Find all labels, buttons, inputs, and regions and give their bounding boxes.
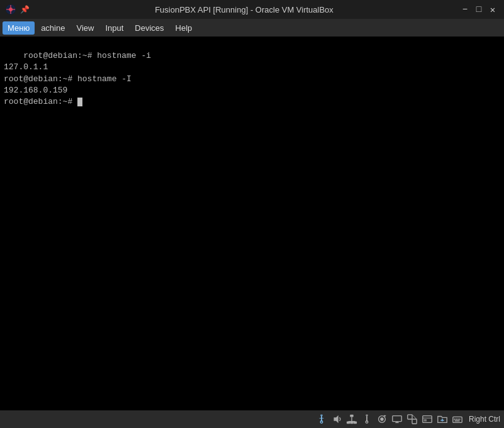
menu-item-view[interactable]: View — [71, 21, 99, 35]
terminal-area[interactable]: root@debian:~# hostname -i 127.0.1.1 roo… — [0, 37, 504, 420]
title-bar-controls: − □ ✕ — [459, 3, 499, 16]
svg-marker-7 — [333, 415, 338, 424]
svg-rect-28 — [424, 419, 427, 422]
close-button[interactable]: ✕ — [486, 3, 499, 16]
svg-rect-14 — [366, 415, 368, 416]
menu-item-menu[interactable]: Меню — [3, 21, 35, 35]
svg-line-25 — [412, 415, 417, 419]
svg-rect-20 — [393, 416, 401, 422]
right-ctrl-label: Right Ctrl — [469, 415, 500, 424]
status-bar: Right Ctrl — [0, 410, 504, 428]
menu-item-devices[interactable]: Devices — [130, 21, 169, 35]
svg-rect-33 — [456, 419, 457, 420]
title-bar: 📌 FusionPBX API [Running] - Oracle VM Vi… — [0, 0, 504, 19]
svg-rect-36 — [454, 420, 459, 422]
usb2-icon[interactable] — [361, 413, 373, 425]
svg-rect-24 — [412, 419, 417, 424]
maximize-button[interactable]: □ — [473, 3, 485, 16]
svg-point-5 — [320, 421, 323, 424]
display-icon[interactable] — [391, 413, 403, 425]
window-title: FusionPBX API [Running] - Oracle VM Virt… — [30, 5, 459, 14]
svg-rect-19 — [384, 415, 386, 417]
menu-bar: Меню achine View Input Devices Help — [0, 19, 504, 37]
svg-rect-26 — [423, 416, 432, 423]
menu-item-help[interactable]: Help — [171, 21, 198, 35]
svg-rect-6 — [319, 418, 323, 419]
svg-point-18 — [380, 417, 383, 420]
svg-point-16 — [366, 421, 368, 424]
usb-icon[interactable] — [315, 413, 328, 425]
keyboard-icon[interactable] — [451, 413, 464, 425]
svg-point-2 — [9, 8, 13, 11]
scale-icon[interactable] — [406, 413, 418, 425]
svg-rect-3 — [320, 415, 323, 416]
minimize-button[interactable]: − — [459, 3, 471, 16]
svg-rect-23 — [408, 415, 412, 419]
svg-rect-8 — [350, 415, 353, 417]
virtualbox-icon — [5, 4, 16, 15]
menu-item-input[interactable]: Input — [100, 21, 128, 35]
pin-icon[interactable]: 📌 — [20, 5, 30, 14]
audio-icon[interactable] — [330, 413, 343, 425]
capture-icon[interactable] — [376, 413, 388, 425]
terminal-output: root@debian:~# hostname -i 127.0.1.1 roo… — [4, 39, 500, 119]
network-icon[interactable] — [345, 413, 358, 425]
svg-rect-34 — [457, 419, 459, 420]
svg-rect-31 — [453, 417, 462, 422]
seamless-icon[interactable] — [421, 413, 434, 425]
shared-folders-icon[interactable] — [436, 413, 449, 425]
menu-item-machine[interactable]: achine — [36, 21, 70, 35]
title-bar-left: 📌 — [5, 4, 30, 15]
svg-rect-32 — [454, 419, 456, 420]
svg-rect-35 — [459, 419, 461, 420]
